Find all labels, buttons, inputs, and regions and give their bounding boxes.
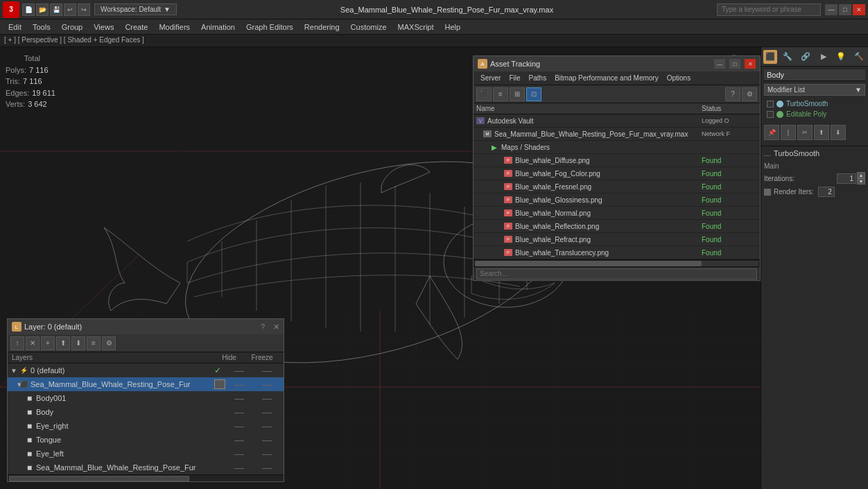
asset-help-button[interactable]: ? [725, 87, 740, 101]
render-iters-input[interactable] [818, 187, 835, 197]
render-iters-checkbox[interactable] [764, 189, 771, 196]
asset-menu-paths[interactable]: Paths [525, 74, 551, 83]
layer-row-body001[interactable]: ◼ Body001 — — [8, 391, 284, 405]
layer-row-eye-left[interactable]: ◼ Eye_left — — [8, 447, 284, 461]
maximize-button[interactable]: □ [839, 4, 851, 15]
menu-item-help[interactable]: Help [440, 22, 467, 33]
asset-close-button[interactable]: ✕ [745, 59, 756, 69]
layer-col-freeze: Freeze [245, 354, 279, 361]
asset-row-vault[interactable]: V Autodesk Vault Logged O [474, 114, 760, 128]
keyword-search-input[interactable] [717, 3, 821, 16]
asset-row-translucency[interactable]: P Blue_whale_Translucency.png Found [474, 246, 760, 259]
modifier-tool2[interactable]: ⬆ [814, 125, 829, 140]
menu-item-tools[interactable]: Tools [27, 22, 56, 33]
asset-scrollbar[interactable] [474, 259, 760, 266]
diffuse-label: Blue_whale_Diffuse.png [515, 157, 590, 164]
asset-row-fog[interactable]: P Blue_whale_Fog_Color.png Found [474, 167, 760, 180]
menu-item-group[interactable]: Group [56, 22, 89, 33]
menu-item-rendering[interactable]: Rendering [299, 22, 345, 33]
pin-tool2[interactable]: | [781, 125, 796, 140]
layer-list: ▼ ⚡ 0 (default) ✓ — — ▼ ⬛ Sea_Mammal_Blu… [8, 363, 284, 474]
modifier-editable-poly[interactable]: Editable Poly [764, 109, 865, 119]
render-iters-label: Render Iters: [774, 188, 814, 196]
layer-tb-move-down[interactable]: ⬇ [71, 336, 85, 350]
redo-icon[interactable]: ↪ [78, 3, 90, 16]
menu-item-modifiers[interactable]: Modifiers [153, 22, 196, 33]
modifier-tool1[interactable]: ✂ [797, 125, 813, 140]
layer-row-tongue[interactable]: ◼ Tongue — — [8, 433, 284, 447]
open-file-icon[interactable]: 📂 [36, 3, 49, 16]
layer-scrollbar[interactable] [8, 474, 284, 481]
close-button[interactable]: ✕ [853, 4, 865, 15]
asset-maximize-button[interactable]: □ [729, 59, 740, 69]
layer-tb-sort[interactable]: ≡ [87, 336, 101, 350]
iterations-down[interactable]: ▼ [857, 178, 865, 185]
layer-tb-select[interactable]: ↑ [10, 336, 24, 350]
asset-menu-bitmap[interactable]: Bitmap Performance and Memory [550, 74, 663, 83]
layer-tb-delete[interactable]: ✕ [26, 336, 40, 350]
asset-row-glossiness[interactable]: P Blue_whale_Glossiness.png Found [474, 194, 760, 207]
utilities-icon[interactable]: 🔨 [852, 50, 866, 64]
asset-row-normal[interactable]: P Blue_whale_Normal.png Found [474, 207, 760, 220]
new-file-icon[interactable]: 📄 [22, 3, 35, 16]
asset-minimize-button[interactable]: — [714, 59, 725, 69]
layer-frz-body: — [253, 406, 281, 418]
hierarchy-icon[interactable]: 🔗 [799, 50, 813, 64]
asset-menu-options[interactable]: Options [663, 74, 695, 83]
asset-row-maxfile[interactable]: M Sea_Mammal_Blue_Whale_Resting_Pose_Fur… [474, 128, 760, 141]
menu-item-graph-editors[interactable]: Graph Editors [241, 22, 299, 33]
asset-row-diffuse[interactable]: P Blue_whale_Diffuse.png Found [474, 154, 760, 167]
layer-row-body[interactable]: ◼ Body — — [8, 405, 284, 419]
asset-search-input[interactable] [476, 268, 757, 280]
modifier-checkbox2[interactable] [767, 111, 774, 118]
workspace-button[interactable]: Workspace: Default ▼ [94, 3, 177, 15]
modify-icon[interactable]: 🔧 [781, 50, 795, 64]
asset-row-maps[interactable]: ▶ Maps / Shaders [474, 141, 760, 154]
layer-row-eye-right[interactable]: ◼ Eye_right — — [8, 419, 284, 433]
save-file-icon[interactable]: 💾 [50, 3, 62, 16]
layer-close-button[interactable]: ✕ [273, 323, 279, 332]
asset-name-translucency: P Blue_whale_Translucency.png [476, 249, 702, 257]
menu-item-maxscript[interactable]: MAXScript [392, 22, 440, 33]
motion-icon[interactable]: ▶ [817, 50, 831, 64]
layer-tb-add[interactable]: + [41, 336, 55, 350]
asset-tb-btn4[interactable]: ⊡ [526, 87, 541, 101]
layer-row-whale[interactable]: ▼ ⬛ Sea_Mammal_Blue_Whale_Resting_Pose_F… [8, 377, 284, 391]
asset-tb-btn1[interactable]: ⬛ [476, 87, 492, 101]
modifier-turbosmooth[interactable]: TurboSmooth [764, 98, 865, 109]
minimize-button[interactable]: — [825, 4, 837, 15]
menu-item-animation[interactable]: Animation [196, 22, 241, 33]
asset-row-reflection[interactable]: P Blue_whale_Reflection.png Found [474, 220, 760, 233]
menu-item-customize[interactable]: Customize [345, 22, 392, 33]
layer-row-whale2[interactable]: ◼ Sea_Mammal_Blue_Whale_Resting_Pose_Fur… [8, 461, 284, 474]
layer-frz-default: — [253, 365, 281, 376]
layer-tb-move-up[interactable]: ⬆ [56, 336, 70, 350]
fog-label: Blue_whale_Fog_Color.png [515, 170, 600, 178]
layer-row-default[interactable]: ▼ ⚡ 0 (default) ✓ — — [8, 363, 284, 377]
modifier-tool3[interactable]: ⬇ [831, 125, 846, 140]
asset-tb-btn3[interactable]: ⊞ [510, 87, 525, 101]
verts-label: Verts: [6, 98, 25, 110]
modifier-list-label: Modifier List [767, 86, 805, 94]
pin-tool[interactable]: 📌 [764, 125, 779, 140]
create-icon[interactable]: ⬛ [763, 50, 777, 64]
asset-tb-btn2[interactable]: ≡ [493, 87, 508, 101]
layer-tb-settings[interactable]: ⚙ [102, 336, 116, 350]
layer-help-button[interactable]: ? [261, 323, 265, 331]
menu-item-edit[interactable]: Edit [3, 22, 27, 33]
modifier-list-dropdown[interactable]: Modifier List ▼ [764, 84, 865, 96]
iterations-up[interactable]: ▲ [857, 172, 865, 178]
asset-menu-server[interactable]: Server [476, 74, 505, 83]
iterations-input[interactable] [837, 173, 856, 184]
asset-menu-file[interactable]: File [505, 74, 524, 83]
asset-settings-button[interactable]: ⚙ [742, 87, 757, 101]
modifier-checkbox[interactable] [767, 101, 774, 108]
layer-icon: ⚡ [19, 366, 28, 375]
maps-label: Maps / Shaders [501, 144, 550, 151]
menu-item-views[interactable]: Views [88, 22, 119, 33]
menu-item-create[interactable]: Create [119, 22, 153, 33]
asset-row-fresnel[interactable]: P Blue_whale_Fresnel.png Found [474, 180, 760, 194]
undo-icon[interactable]: ↩ [64, 3, 76, 16]
asset-row-refract[interactable]: P Blue_whale_Refract.png Found [474, 233, 760, 246]
display-icon[interactable]: 💡 [834, 50, 848, 64]
